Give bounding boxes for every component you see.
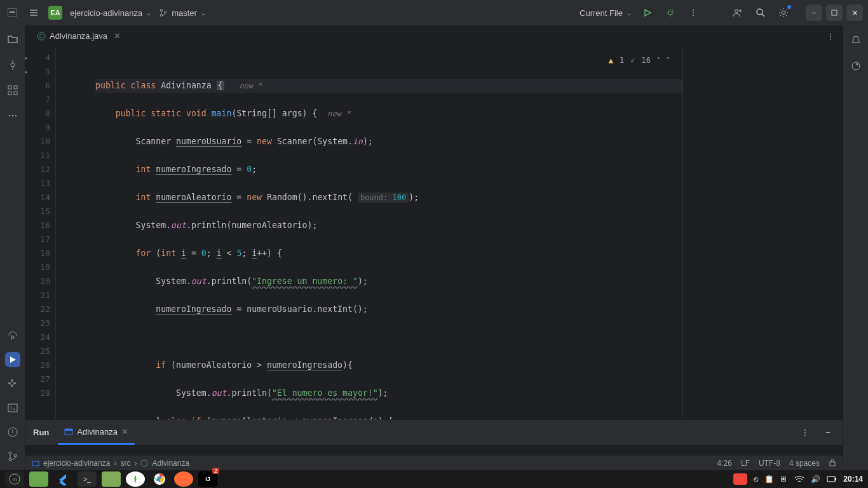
anydesk-tray-icon[interactable] [733, 473, 747, 485]
settings-icon[interactable] [776, 6, 790, 20]
code-with-me-icon[interactable] [731, 6, 745, 20]
project-name: ejercicio-adivinanza [70, 8, 142, 18]
more-tools-icon[interactable] [5, 108, 20, 123]
mint-menu-icon[interactable]: m [5, 471, 24, 487]
project-badge: EA [48, 6, 62, 20]
search-icon[interactable] [754, 6, 768, 20]
os-taskbar: m >_ 2IJ ⎋ 📋 ⛨ 🔊 20:14 [0, 470, 868, 488]
minimap[interactable] [682, 48, 843, 419]
breadcrumb[interactable]: ejercicio-adivinanza› src› Adivinanza [32, 459, 189, 468]
project-tool-icon[interactable] [5, 32, 20, 47]
close-icon[interactable]: ✕ [114, 31, 121, 41]
services-tool-icon[interactable] [5, 328, 20, 343]
notifications-icon[interactable] [848, 33, 864, 48]
chevron-down-icon[interactable]: ˅ [667, 53, 670, 67]
svg-point-19 [11, 115, 13, 116]
tabs-more-icon[interactable] [824, 30, 837, 44]
run-tool-icon[interactable] [5, 352, 20, 367]
postman-icon[interactable] [174, 471, 193, 487]
more-icon[interactable] [686, 6, 700, 20]
clipboard-tray-icon[interactable]: 📋 [764, 475, 774, 484]
svg-rect-17 [14, 92, 17, 95]
svg-point-4 [165, 11, 166, 13]
editor[interactable]: 4▶5▶678910111213141516171819202122232425… [25, 48, 843, 419]
wifi-tray-icon[interactable] [794, 475, 804, 483]
problems-tool-icon[interactable] [5, 424, 20, 440]
commit-tool-icon[interactable] [5, 57, 20, 72]
vscode-icon[interactable] [53, 471, 72, 487]
svg-point-33 [804, 430, 806, 431]
chrome-icon[interactable] [150, 471, 169, 487]
code-area[interactable]: ▲1 ✓16 ˄ ˅ public class Adivinanza { new… [86, 48, 682, 419]
svg-point-40 [856, 64, 858, 65]
app-icon [64, 427, 73, 436]
ok-count: 16 [642, 53, 651, 67]
class-icon: C [37, 32, 46, 41]
svg-rect-45 [827, 477, 835, 482]
ai-icon[interactable] [848, 58, 864, 74]
hide-panel-icon[interactable]: − [821, 426, 835, 440]
tray-icon[interactable]: ⎋ [754, 475, 758, 484]
chevron-down-icon: ⌄ [146, 10, 151, 17]
svg-text:C: C [39, 33, 44, 39]
files-icon[interactable] [29, 471, 48, 487]
folder-icon[interactable] [102, 471, 121, 487]
svg-point-24 [9, 458, 11, 461]
svg-point-20 [15, 115, 16, 116]
svg-point-35 [804, 435, 806, 436]
svg-rect-15 [14, 86, 17, 89]
build-tool-icon[interactable] [5, 376, 20, 391]
lock-icon[interactable] [829, 459, 836, 468]
app-icon[interactable] [5, 6, 19, 20]
run-panel-body[interactable] [25, 445, 843, 455]
window-close[interactable]: ✕ [846, 4, 863, 21]
svg-rect-36 [32, 461, 39, 466]
main-menu-icon[interactable] [27, 6, 41, 20]
volume-tray-icon[interactable]: 🔊 [811, 475, 820, 484]
run-more-icon[interactable] [798, 426, 812, 440]
window-minimize[interactable]: − [806, 4, 822, 21]
chevron-up-icon[interactable]: ˄ [657, 53, 660, 67]
svg-point-9 [735, 10, 738, 13]
caret-pos[interactable]: 4:26 [717, 459, 732, 468]
warning-icon: ▲ [609, 53, 613, 67]
run-config-name: Current File [580, 8, 623, 18]
gutter: 4▶5▶678910111213141516171819202122232425… [25, 48, 56, 419]
svg-point-6 [693, 10, 694, 11]
file-tab[interactable]: C Adivinanza.java ✕ [31, 27, 127, 46]
ok-icon: ✓ [630, 53, 635, 67]
window-maximize[interactable] [826, 4, 843, 21]
svg-rect-1 [10, 11, 15, 13]
clock[interactable]: 20:14 [843, 475, 863, 484]
battery-tray-icon[interactable] [827, 476, 837, 482]
vcs-branch[interactable]: master ⌄ [159, 8, 206, 18]
svg-text:m: m [13, 477, 17, 482]
status-bar: ejercicio-adivinanza› src› Adivinanza 4:… [25, 455, 843, 470]
vcs-tool-icon[interactable] [5, 449, 20, 464]
debug-icon[interactable] [663, 6, 677, 20]
run-config[interactable]: Current File ⌄ [580, 8, 632, 18]
run-panel-tabs: Run Adivinanza ✕ − [25, 419, 843, 445]
branch-name: master [172, 8, 197, 18]
structure-tool-icon[interactable] [5, 83, 20, 98]
run-config-tab[interactable]: Adivinanza ✕ [58, 420, 135, 445]
svg-point-11 [782, 11, 785, 14]
svg-rect-12 [832, 10, 837, 15]
encoding[interactable]: UTF-8 [759, 459, 780, 468]
svg-point-13 [11, 63, 15, 67]
close-icon[interactable]: ✕ [121, 427, 128, 437]
mongodb-icon[interactable] [126, 471, 145, 487]
shield-tray-icon[interactable]: ⛨ [780, 475, 788, 484]
terminal-icon[interactable]: >_ [78, 471, 97, 487]
svg-point-25 [14, 454, 17, 457]
intellij-icon[interactable]: 2IJ [198, 471, 217, 487]
project-selector[interactable]: ejercicio-adivinanza ⌄ [70, 8, 151, 18]
svg-point-3 [161, 14, 163, 16]
svg-point-18 [8, 115, 10, 116]
terminal-tool-icon[interactable] [5, 400, 20, 416]
run-icon[interactable] [641, 6, 654, 20]
line-ending[interactable]: LF [741, 459, 750, 468]
inspections-widget[interactable]: ▲1 ✓16 ˄ ˅ [605, 52, 674, 69]
indent[interactable]: 4 spaces [789, 459, 820, 468]
svg-point-34 [804, 432, 806, 433]
